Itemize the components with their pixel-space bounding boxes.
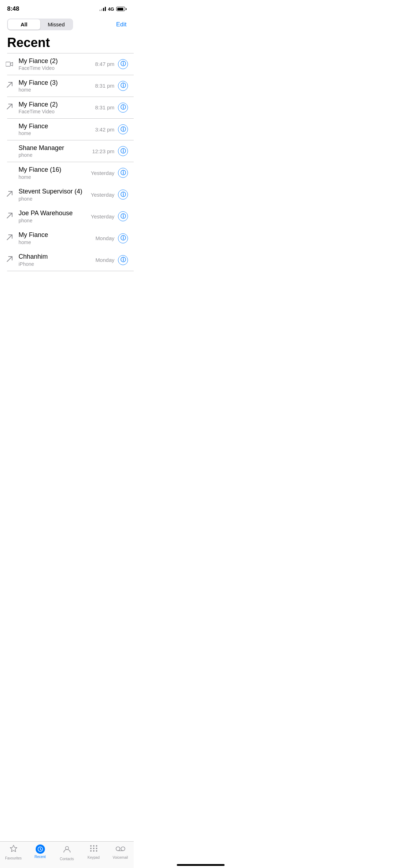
call-right: 12:23 pm ⓘ: [92, 146, 128, 156]
call-right: Monday ⓘ: [96, 255, 128, 265]
info-button[interactable]: ⓘ: [118, 190, 128, 200]
call-info: Stevent Supervisor (4) phone: [18, 188, 91, 202]
call-name: Stevent Supervisor (4): [19, 188, 91, 196]
call-right: Yesterday ⓘ: [91, 211, 128, 221]
info-button[interactable]: ⓘ: [118, 59, 128, 69]
call-time: Yesterday: [91, 213, 114, 219]
call-item: My Fiance (2) FaceTime Video 8:47 pm ⓘ: [0, 53, 134, 75]
segment-missed[interactable]: Missed: [40, 19, 73, 30]
call-item: Shane Manager phone 12:23 pm ⓘ: [0, 140, 134, 162]
edit-button[interactable]: Edit: [116, 21, 127, 28]
call-sub: FaceTime Video: [19, 109, 95, 114]
segment-all[interactable]: All: [8, 19, 40, 30]
call-info: My Fiance (3) home: [18, 79, 95, 93]
call-time: Monday: [96, 257, 114, 263]
call-name: My Fiance: [19, 123, 95, 130]
signal-icon: [99, 7, 106, 11]
call-type-icon: [6, 190, 18, 200]
call-sub: phone: [19, 196, 91, 202]
call-right: Yesterday ⓘ: [91, 168, 128, 178]
segment-control: All Missed: [7, 19, 73, 30]
missed-call-icon: [6, 190, 14, 200]
call-time: Yesterday: [91, 170, 114, 176]
call-name: My Fiance (16): [19, 166, 91, 174]
info-button[interactable]: ⓘ: [118, 124, 128, 134]
battery-icon: [116, 7, 127, 11]
call-info: My Fiance (2) FaceTime Video: [18, 101, 95, 115]
svg-rect-0: [6, 62, 10, 66]
info-button[interactable]: ⓘ: [118, 255, 128, 265]
call-item: My Fiance (16) home Yesterday ⓘ: [0, 162, 134, 184]
call-time: 12:23 pm: [92, 148, 114, 154]
call-info: My Fiance (16) home: [18, 166, 91, 180]
call-info: My Fiance home: [18, 123, 95, 136]
call-name: My Fiance (3): [19, 79, 95, 87]
missed-call-icon: [6, 81, 14, 91]
call-sub: phone: [19, 218, 91, 223]
call-item: My Fiance (3) home 8:31 pm ⓘ: [0, 75, 134, 97]
call-name: Shane Manager: [19, 144, 92, 152]
call-type-icon: [6, 212, 18, 221]
call-type-icon: [6, 103, 18, 112]
call-info: Joe PA Warehouse phone: [18, 210, 91, 223]
call-item: Stevent Supervisor (4) phone Yesterday ⓘ: [0, 184, 134, 206]
call-time: 3:42 pm: [95, 126, 114, 133]
call-time: Monday: [96, 235, 114, 241]
call-right: 3:42 pm ⓘ: [95, 124, 128, 134]
info-button[interactable]: ⓘ: [118, 81, 128, 91]
video-icon: [6, 61, 14, 67]
call-sub: home: [19, 239, 96, 245]
call-right: Yesterday ⓘ: [91, 190, 128, 200]
missed-call-icon: [6, 212, 14, 221]
info-button[interactable]: ⓘ: [118, 233, 128, 243]
call-item: My Fiance home Monday ⓘ: [0, 227, 134, 249]
call-type-icon: [6, 233, 18, 243]
call-sub: home: [19, 87, 95, 93]
call-time: 8:47 pm: [95, 61, 114, 67]
call-time: 8:31 pm: [95, 83, 114, 89]
call-right: 8:31 pm ⓘ: [95, 81, 128, 91]
call-info: Chhanhim iPhone: [18, 253, 96, 267]
video-missed-icon: [6, 103, 14, 112]
call-sub: home: [19, 130, 95, 136]
call-item: Chhanhim iPhone Monday ⓘ: [0, 249, 134, 271]
info-button[interactable]: ⓘ: [118, 211, 128, 221]
info-button[interactable]: ⓘ: [118, 168, 128, 178]
call-name: My Fiance (2): [19, 101, 95, 109]
call-name: Joe PA Warehouse: [19, 210, 91, 217]
call-type-icon: [6, 61, 18, 67]
call-right: 8:47 pm ⓘ: [95, 59, 128, 69]
call-sub: FaceTime Video: [19, 65, 95, 71]
divider: [7, 271, 134, 271]
call-type-icon: [6, 255, 18, 265]
segment-row: All Missed Edit: [0, 16, 134, 34]
call-name: Chhanhim: [19, 253, 96, 261]
status-bar: 8:48 4G: [0, 0, 134, 16]
call-sub: iPhone: [19, 261, 96, 267]
missed-call-icon: [6, 233, 14, 243]
info-button[interactable]: ⓘ: [118, 146, 128, 156]
status-time: 8:48: [7, 5, 19, 12]
call-name: My Fiance: [19, 231, 96, 239]
info-button[interactable]: ⓘ: [118, 103, 128, 113]
call-time: 8:31 pm: [95, 104, 114, 110]
call-sub: home: [19, 174, 91, 180]
call-list: My Fiance (2) FaceTime Video 8:47 pm ⓘ M…: [0, 53, 134, 303]
status-icons: 4G: [99, 6, 127, 12]
missed-call-icon: [6, 255, 14, 265]
page-title: Recent: [0, 34, 134, 53]
call-info: My Fiance (2) FaceTime Video: [18, 57, 95, 71]
call-info: Shane Manager phone: [18, 144, 92, 158]
call-right: Monday ⓘ: [96, 233, 128, 243]
call-item: Joe PA Warehouse phone Yesterday ⓘ: [0, 206, 134, 227]
call-type-icon: [6, 81, 18, 91]
call-time: Yesterday: [91, 192, 114, 198]
call-item: My Fiance (2) FaceTime Video 8:31 pm ⓘ: [0, 97, 134, 119]
call-right: 8:31 pm ⓘ: [95, 103, 128, 113]
call-item: My Fiance home 3:42 pm ⓘ: [0, 119, 134, 140]
call-sub: phone: [19, 152, 92, 158]
call-name: My Fiance (2): [19, 57, 95, 65]
network-type: 4G: [108, 6, 114, 12]
call-info: My Fiance home: [18, 231, 96, 245]
